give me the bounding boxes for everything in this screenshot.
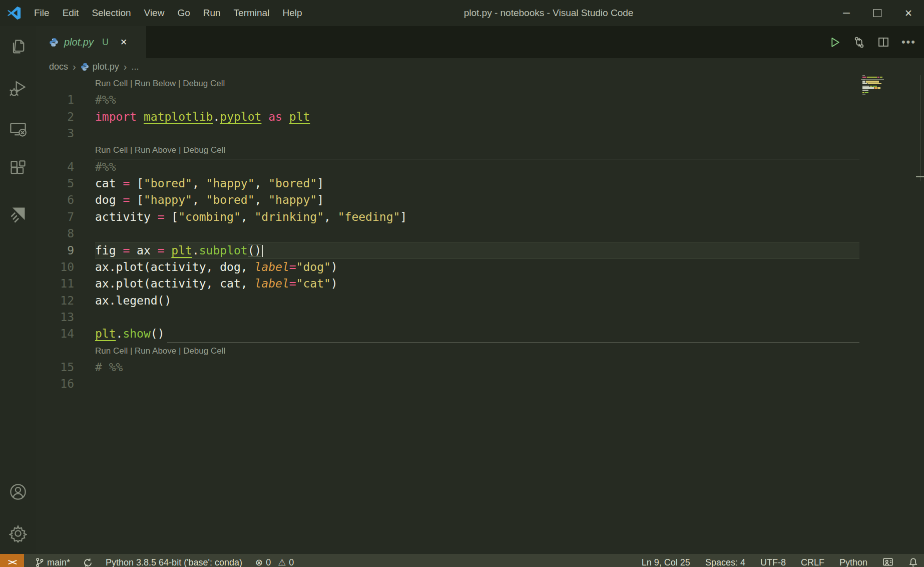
branch-name: main* [47,557,70,567]
minimap[interactable] [862,75,882,96]
git-branch-indicator[interactable]: main* [35,557,70,567]
line-number: 9 [36,242,74,259]
tab-plot-py[interactable]: plot.py U ✕ [36,26,146,58]
remote-icon: >< [8,557,16,567]
codelens-link-run-cell[interactable]: Run Cell [95,346,128,356]
code-line-12[interactable]: 12ax.legend() [36,293,924,309]
codelens-separator: | [128,346,135,356]
code-text: dog = ["happy", "bored", "happy"] [95,192,324,208]
line-number: 14 [36,326,74,342]
chevron-right-icon: › [72,61,77,73]
maximize-button[interactable] [862,0,893,26]
menu-item-run[interactable]: Run [197,8,227,19]
indent-indicator[interactable]: Spaces: 4 [705,557,745,567]
line-col-indicator[interactable]: Ln 9, Col 25 [642,557,690,567]
python-interpreter-indicator[interactable]: Python 3.8.5 64-bit ('base': conda) [106,557,242,567]
notifications-bell-icon[interactable] [908,557,918,567]
overview-cursor-marker [916,176,924,177]
menu-item-view[interactable]: View [138,8,171,19]
minimize-button[interactable]: ─ [831,0,862,26]
breadcrumb-item-symbol[interactable]: ... [131,62,139,72]
encoding-indicator[interactable]: UTF-8 [760,557,786,567]
menu-item-go[interactable]: Go [171,8,196,19]
sync-icon[interactable] [83,558,93,567]
code-line-10[interactable]: 10ax.plot(activity, dog, label="dog") [36,259,924,275]
open-changes-icon[interactable] [853,36,865,49]
code-editor[interactable]: Run Cell | Run Below | Debug Cell1#%%2im… [36,75,924,554]
split-editor-icon[interactable] [877,36,889,48]
warning-icon: ⚠ [278,557,286,567]
run-and-debug-icon[interactable] [9,80,27,98]
remote-indicator[interactable]: >< [0,554,24,567]
line-number: 2 [36,109,74,125]
line-number: 3 [36,125,74,142]
codelens-link-run-above[interactable]: Run Above [135,346,176,356]
code-text: plt.show() [95,326,165,342]
codelens-link-debug-cell[interactable]: Debug Cell [183,145,225,155]
codelens-separator: | [176,346,183,356]
python-file-icon [81,63,89,71]
code-line-7[interactable]: 7activity = ["combing", "drinking", "fee… [36,209,924,225]
language-indicator[interactable]: Python [839,557,867,567]
code-line-3[interactable]: 3 [36,125,924,142]
code-line-4[interactable]: 4#%% [36,159,924,175]
more-actions-icon[interactable]: ••• [901,40,916,45]
codelens-row: Run Cell | Run Below | Debug Cell [36,75,924,92]
codelens-link-run-cell[interactable]: Run Cell [95,79,128,88]
code-line-13[interactable]: 13 [36,309,924,326]
line-number: 13 [36,309,74,326]
codelens-link-debug-cell[interactable]: Debug Cell [183,346,225,356]
settings-gear-icon[interactable] [9,524,27,542]
codelens-link-run-above[interactable]: Run Above [135,145,176,155]
code-text: #%% [95,159,116,175]
codelens-link-run-below[interactable]: Run Below [135,79,176,88]
code-line-8[interactable]: 8 [36,225,924,242]
codelens-separator: | [176,145,183,155]
custom-extension-triangle-icon[interactable] [9,205,27,223]
menu-item-edit[interactable]: Edit [56,8,86,19]
branch-icon [35,557,44,567]
code-line-14[interactable]: 14plt.show() [36,326,924,342]
problems-indicator[interactable]: ⊗ 0 ⚠ 0 [255,557,294,567]
line-number: 8 [36,225,74,242]
line-number: 11 [36,275,74,292]
menu-item-terminal[interactable]: Terminal [227,8,276,19]
warning-count: 0 [289,557,294,567]
explorer-icon[interactable] [9,38,27,56]
menu-item-help[interactable]: Help [276,8,308,19]
close-window-button[interactable]: ✕ [893,0,924,26]
breadcrumb-item-file[interactable]: plot.py [93,62,119,72]
code-line-15[interactable]: 15# %% [36,359,924,376]
codelens-separator: | [128,79,135,88]
menu-item-file[interactable]: File [28,8,56,19]
line-number: 7 [36,209,74,225]
codelens-link-debug-cell[interactable]: Debug Cell [183,79,225,88]
close-tab-icon[interactable]: ✕ [120,37,127,48]
run-python-file-icon[interactable] [828,36,841,49]
code-line-2[interactable]: 2import matplotlib.pyplot as plt [36,109,924,125]
code-line-9[interactable]: 9fig = ax = plt.subplot() [36,242,924,259]
code-line-16[interactable]: 16 [36,376,924,392]
codelens-separator: | [176,79,183,88]
code-text: cat = ["bored", "happy", "bored"] [95,175,324,192]
menu-bar: FileEditSelectionViewGoRunTerminalHelp [28,0,309,26]
extensions-icon[interactable] [9,160,27,178]
code-line-5[interactable]: 5cat = ["bored", "happy", "bored"] [36,175,924,192]
breadcrumb: docs › plot.py › ... [36,58,924,75]
breadcrumb-item-docs[interactable]: docs [49,62,68,72]
menu-item-selection[interactable]: Selection [85,8,137,19]
account-icon[interactable] [9,483,27,501]
code-line-1[interactable]: 1#%% [36,92,924,108]
line-number: 15 [36,359,74,376]
editor-actions: ••• [828,26,916,58]
tab-bar: plot.py U ✕ ••• [36,26,924,58]
code-text: ax.plot(activity, cat, label="cat") [95,275,338,292]
codelens-row: Run Cell | Run Above | Debug Cell [36,142,924,158]
feedback-icon[interactable] [882,557,893,567]
eol-indicator[interactable]: CRLF [801,557,824,567]
chevron-right-icon: › [123,61,128,73]
code-line-6[interactable]: 6dog = ["happy", "bored", "happy"] [36,192,924,208]
codelens-link-run-cell[interactable]: Run Cell [95,145,128,155]
remote-explorer-icon[interactable] [9,120,27,138]
code-line-11[interactable]: 11ax.plot(activity, cat, label="cat") [36,275,924,292]
